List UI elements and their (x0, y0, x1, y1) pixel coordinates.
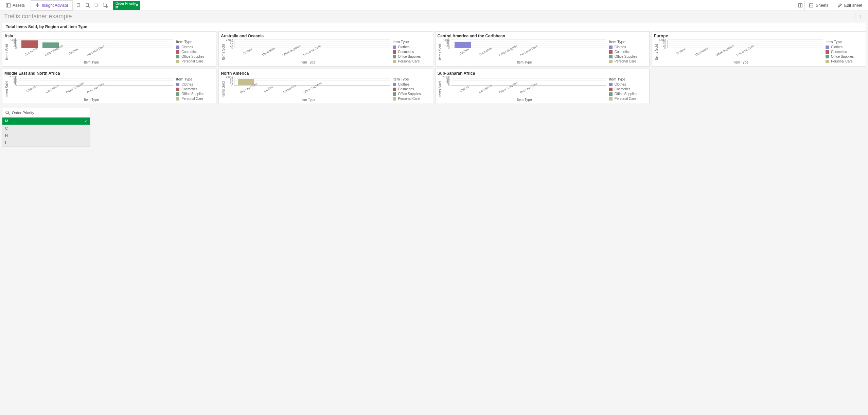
legend-swatch (609, 97, 613, 101)
legend-label: Office Supplies (398, 55, 421, 58)
step-back-icon[interactable] (92, 0, 101, 11)
legend-item[interactable]: Office Supplies (176, 55, 214, 58)
check-icon: ✓ (84, 119, 87, 123)
chart-panel[interactable]: Australia and OceaniaItems Sold02k4k6k7.… (218, 31, 433, 67)
y-tick: 7.65k (225, 38, 233, 41)
legend-title: Item Type (609, 77, 647, 81)
smart-select-icon[interactable] (74, 0, 83, 11)
legend-item[interactable]: Clothes (393, 45, 431, 49)
sparkle-icon (35, 3, 40, 8)
y-tick: 7.65k (442, 75, 450, 79)
legend-item[interactable]: Office Supplies (393, 55, 431, 58)
panel-title: Middle East and North Africa (4, 71, 214, 76)
search-icon[interactable] (5, 110, 10, 115)
legend-label: Cosmetics (831, 50, 847, 54)
close-icon[interactable]: ✕ (135, 3, 139, 7)
chart-panel[interactable]: AsiaItems Sold02k4k6k7.65kCosmeticsOffic… (2, 31, 216, 67)
y-tick: 7.65k (8, 38, 17, 41)
legend-swatch (609, 50, 613, 54)
legend-label: Office Supplies (831, 55, 854, 58)
legend-swatch (393, 46, 396, 49)
next-sheet-icon[interactable]: 〉 (859, 14, 864, 20)
legend-item[interactable]: Cosmetics (393, 50, 431, 54)
legend-item[interactable]: Office Supplies (609, 92, 647, 96)
legend-label: Personal Care (615, 59, 636, 63)
lasso-select-icon[interactable] (83, 0, 92, 11)
svg-point-11 (6, 111, 8, 114)
chart-panel[interactable]: Sub-Saharan AfricaItems Sold02k4k6k7.65k… (435, 69, 650, 104)
insight-label: Insight Advisor (42, 3, 68, 8)
insight-advisor-button[interactable]: Insight Advisor (31, 0, 73, 11)
legend-item[interactable]: Office Supplies (609, 55, 647, 58)
prev-sheet-icon[interactable]: 〈 (852, 14, 856, 20)
legend-swatch (609, 92, 613, 96)
legend-label: Personal Care (398, 97, 420, 101)
chart-panel[interactable]: Middle East and North AfricaItems Sold02… (2, 69, 216, 104)
chart-panel[interactable]: Central America and the CaribbeanItems S… (435, 31, 650, 67)
legend-label: Office Supplies (615, 92, 637, 96)
legend-item[interactable]: Personal Care (609, 59, 647, 63)
legend-item[interactable]: Cosmetics (176, 87, 214, 91)
legend-title: Item Type (393, 77, 431, 81)
legend-swatch (826, 60, 829, 63)
legend-item[interactable]: Cosmetics (393, 87, 431, 91)
legend-item[interactable]: Personal Care (393, 97, 431, 101)
legend-item[interactable]: Personal Care (176, 97, 214, 101)
filter-option[interactable]: H (2, 132, 90, 139)
legend-item[interactable]: Office Supplies (393, 92, 431, 96)
legend-item[interactable]: Clothes (176, 83, 214, 86)
legend-label: Office Supplies (615, 55, 637, 58)
legend-swatch (176, 83, 179, 86)
chart-panel[interactable]: EuropeItems Sold02k4k6k7.65kClothesCosme… (652, 31, 866, 67)
edit-sheet-button[interactable]: Edit sheet (833, 0, 867, 11)
legend-item[interactable]: Personal Care (176, 59, 214, 63)
sheets-button[interactable]: Sheets (804, 0, 833, 11)
bookmarks-icon[interactable] (796, 0, 804, 11)
legend-item[interactable]: Cosmetics (609, 50, 647, 54)
legend-item[interactable]: Office Supplies (826, 55, 864, 58)
container-title: Total Items Sold, by Region and Item Typ… (2, 22, 866, 31)
legend-label: Clothes (615, 45, 626, 49)
legend-swatch (609, 60, 613, 63)
selection-chip[interactable]: Order Priority M ✕ (113, 1, 140, 10)
legend-label: Personal Care (615, 97, 636, 101)
legend-label: Clothes (398, 45, 410, 49)
legend-item[interactable]: Personal Care (393, 59, 431, 63)
svg-rect-0 (6, 4, 10, 7)
sheet-icon (809, 3, 814, 8)
legend-item[interactable]: Cosmetics (826, 50, 864, 54)
legend-item[interactable]: Personal Care (826, 59, 864, 63)
legend-label: Cosmetics (181, 50, 197, 54)
legend-swatch (609, 88, 613, 91)
pencil-icon (837, 3, 842, 8)
legend-item[interactable]: Cosmetics (176, 50, 214, 54)
sheet-title: Trellis container example (4, 13, 72, 20)
legend-swatch (826, 55, 829, 58)
filter-option[interactable]: C (2, 125, 90, 132)
filter-title: Order Priority (12, 111, 34, 115)
assets-button[interactable]: Assets (1, 0, 29, 11)
legend-item[interactable]: Cosmetics (609, 87, 647, 91)
legend-swatch (393, 88, 396, 91)
edit-label: Edit sheet (844, 3, 862, 8)
panel-icon (6, 3, 11, 8)
legend-item[interactable]: Clothes (609, 45, 647, 49)
legend-swatch (176, 55, 179, 58)
trellis-container: AsiaItems Sold02k4k6k7.65kCosmeticsOffic… (0, 31, 868, 106)
legend-swatch (176, 46, 179, 49)
legend-label: Personal Care (831, 59, 853, 63)
legend-swatch (176, 60, 179, 63)
legend-item[interactable]: Office Supplies (176, 92, 214, 96)
chart-panel[interactable]: North AmericaItems Sold02k4k6k7.65kPerso… (218, 69, 433, 104)
filter-option[interactable]: L (2, 139, 90, 146)
legend-item[interactable]: Clothes (609, 83, 647, 86)
filter-option[interactable]: M✓ (2, 118, 90, 125)
legend-item[interactable]: Clothes (393, 83, 431, 86)
legend-swatch (393, 55, 396, 58)
legend-item[interactable]: Clothes (176, 45, 214, 49)
legend-swatch (609, 83, 613, 86)
legend-title: Item Type (826, 40, 864, 44)
step-fwd-icon[interactable] (101, 0, 110, 11)
legend-item[interactable]: Personal Care (609, 97, 647, 101)
legend-item[interactable]: Clothes (826, 45, 864, 49)
